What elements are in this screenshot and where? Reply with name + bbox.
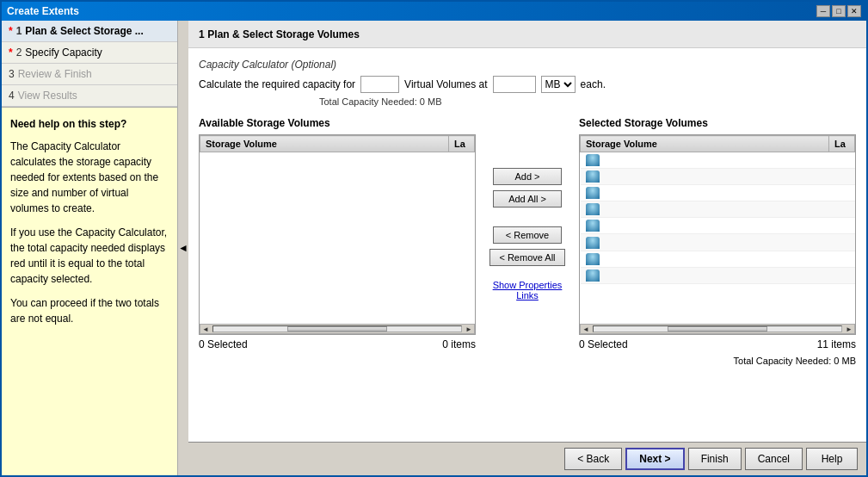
- table-row[interactable]: [581, 201, 855, 218]
- capacity-section: Capacity Calculator (Optional) Calculate…: [199, 59, 856, 107]
- scroll-left-icon-2[interactable]: ◄: [581, 325, 591, 333]
- arrow-icon: ◄: [178, 242, 188, 254]
- add-button[interactable]: Add >: [493, 168, 562, 185]
- available-scrollbar-container: ◄ ►: [199, 324, 476, 335]
- sidebar-collapse-arrow[interactable]: ◄: [178, 21, 188, 475]
- total-capacity-label: Total Capacity Needed: 0 MB: [319, 96, 856, 107]
- selected-selected-count: 0 Selected: [579, 338, 628, 350]
- available-scrollbar-h[interactable]: ◄ ►: [200, 324, 475, 334]
- selected-scrollbar-h[interactable]: ◄ ►: [580, 324, 855, 334]
- virtual-volumes-label: Virtual Volumes at: [404, 78, 488, 90]
- remove-all-button[interactable]: < Remove All: [489, 249, 564, 266]
- table-row[interactable]: [581, 267, 855, 283]
- help-para-1: The Capacity Calculator calculates the s…: [10, 139, 169, 216]
- step3-number: 3: [9, 68, 15, 80]
- show-properties-link[interactable]: Show Properties Links: [489, 280, 566, 300]
- help-para-2: If you use the Capacity Calculator, the …: [10, 225, 169, 287]
- selected-volumes-title: Selected Storage Volumes: [579, 117, 856, 129]
- available-volumes-title: Available Storage Volumes: [199, 117, 476, 129]
- sidebar-steps: * 1 Plan & Select Storage ... * 2 Specif…: [2, 21, 177, 108]
- cancel-button[interactable]: Cancel: [745, 448, 803, 470]
- create-extents-window: Create Extents ─ □ ✕ * 1 Plan & Select S…: [0, 0, 868, 477]
- sidebar-item-step4: 4 View Results: [2, 85, 177, 107]
- capacity-calc-row: Calculate the required capacity for Virt…: [199, 76, 856, 93]
- available-selected-count: 0 Selected: [199, 338, 248, 350]
- footer-buttons: < Back Next > Finish Cancel Help: [188, 442, 866, 475]
- back-button[interactable]: < Back: [564, 448, 622, 470]
- scroll-left-icon[interactable]: ◄: [200, 325, 211, 333]
- table-row[interactable]: [581, 218, 855, 234]
- selected-volumes-table-wrapper: Storage Volume La: [579, 134, 856, 324]
- selected-scrollbar-container: ◄ ►: [579, 324, 856, 335]
- scroll-right-icon[interactable]: ►: [464, 325, 474, 333]
- step4-label: View Results: [18, 90, 77, 102]
- close-button[interactable]: ✕: [847, 5, 861, 17]
- volume-size-input[interactable]: [493, 76, 536, 93]
- step-title: Plan & Select Storage Volumes: [207, 28, 360, 40]
- available-item-count: 0 items: [442, 338, 476, 350]
- add-all-button[interactable]: Add All >: [493, 190, 562, 208]
- available-volumes-panel: Available Storage Volumes Storage Volume…: [199, 117, 476, 350]
- step2-label: Specify Capacity: [25, 46, 102, 59]
- main-content: 1 Plan & Select Storage Volumes Capacity…: [188, 21, 866, 475]
- table-row[interactable]: [581, 169, 855, 185]
- minimize-button[interactable]: ─: [816, 5, 830, 17]
- table-row[interactable]: [581, 251, 855, 267]
- capacity-calculator-label: Capacity Calculator (Optional): [199, 59, 856, 71]
- sidebar-item-step3: 3 Review & Finish: [2, 64, 177, 85]
- table-row[interactable]: [581, 234, 855, 251]
- total-capacity-bottom: Total Capacity Needed: 0 MB: [199, 356, 856, 366]
- storage-icon: [586, 187, 600, 199]
- middle-buttons: Add > Add All > < Remove < Remove All Sh…: [476, 117, 579, 350]
- scroll-right-icon-2[interactable]: ►: [844, 325, 854, 333]
- sidebar-item-step2[interactable]: * 2 Specify Capacity: [2, 42, 177, 64]
- remove-button[interactable]: < Remove: [493, 226, 562, 244]
- window-title: Create Extents: [7, 5, 79, 17]
- storage-icon: [586, 220, 600, 232]
- next-button[interactable]: Next >: [625, 448, 684, 470]
- storage-icon: [586, 253, 600, 265]
- step3-label: Review & Finish: [18, 68, 92, 80]
- help-title: Need help on this step?: [10, 116, 169, 132]
- available-volumes-footer: 0 Selected 0 items: [199, 338, 476, 350]
- virtual-volumes-input[interactable]: [360, 76, 399, 93]
- volumes-section: Available Storage Volumes Storage Volume…: [199, 117, 856, 350]
- selected-item-count: 11 items: [817, 338, 856, 350]
- storage-icon: [586, 203, 600, 215]
- title-bar: Create Extents ─ □ ✕: [2, 2, 866, 21]
- finish-button[interactable]: Finish: [688, 448, 742, 470]
- unit-select[interactable]: MB GB TB: [541, 76, 576, 93]
- step1-number: 1: [16, 25, 22, 37]
- storage-icon: [586, 269, 600, 282]
- step4-number: 4: [9, 90, 15, 102]
- selected-volumes-tbody: [581, 152, 855, 284]
- help-para-3: You can proceed if the two totals are no…: [10, 295, 169, 326]
- maximize-button[interactable]: □: [832, 5, 846, 17]
- main-header: 1 Plan & Select Storage Volumes: [188, 21, 866, 48]
- selected-scroll-track[interactable]: [593, 325, 842, 332]
- each-label: each.: [581, 78, 606, 90]
- main-body: Capacity Calculator (Optional) Calculate…: [188, 48, 866, 442]
- available-col-storage: Storage Volume: [200, 136, 449, 152]
- available-scroll-thumb: [287, 326, 386, 331]
- selected-volumes-table: Storage Volume La: [580, 135, 855, 284]
- step-number-header: 1: [199, 28, 205, 40]
- storage-icon-cell: [581, 152, 829, 169]
- help-button[interactable]: Help: [806, 448, 858, 470]
- available-volumes-table-wrapper: Storage Volume La: [199, 134, 476, 324]
- table-row[interactable]: [581, 152, 855, 169]
- step2-asterisk: *: [9, 46, 13, 59]
- selected-col-la: La: [829, 136, 855, 152]
- storage-icon: [586, 170, 600, 183]
- title-bar-controls: ─ □ ✕: [816, 5, 861, 17]
- help-panel: Need help on this step? The Capacity Cal…: [2, 108, 177, 475]
- selected-scroll-thumb: [668, 326, 766, 331]
- help-text: The Capacity Calculator calculates the s…: [10, 139, 169, 326]
- table-row[interactable]: [581, 185, 855, 201]
- sidebar: * 1 Plan & Select Storage ... * 2 Specif…: [2, 21, 178, 475]
- step2-number: 2: [16, 46, 22, 59]
- selected-volumes-panel: Selected Storage Volumes Storage Volume …: [579, 117, 856, 350]
- selected-col-storage: Storage Volume: [581, 136, 829, 152]
- available-scroll-track[interactable]: [212, 325, 462, 332]
- sidebar-item-step1[interactable]: * 1 Plan & Select Storage ...: [2, 21, 177, 42]
